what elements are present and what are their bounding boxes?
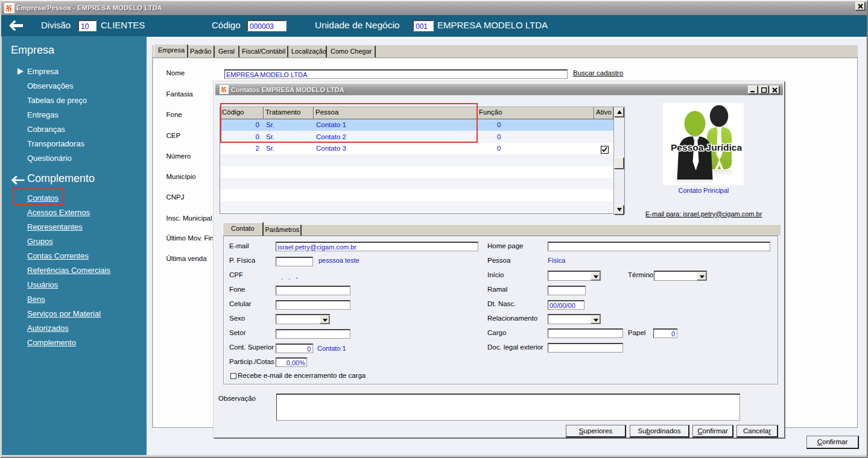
svg-text:Pessoa Jurídica: Pessoa Jurídica bbox=[671, 142, 742, 152]
